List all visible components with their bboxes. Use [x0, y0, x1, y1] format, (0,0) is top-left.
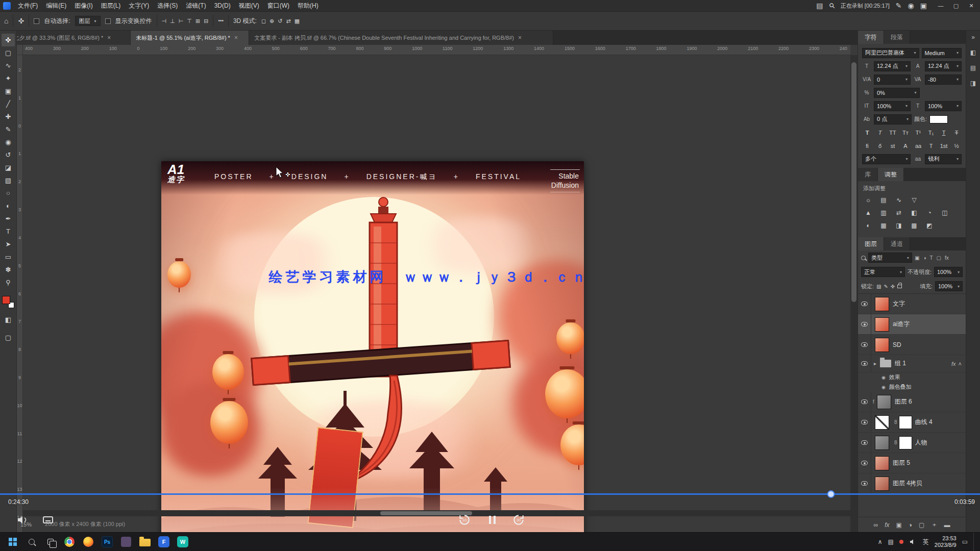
mode3d-icon[interactable]: ⇄ — [286, 18, 290, 24]
mode3d-icon[interactable]: ◻ — [261, 18, 266, 24]
eyedropper-tool[interactable]: ╱ — [2, 97, 15, 110]
effects-eye-icon[interactable]: ◉ — [881, 375, 886, 380]
history-brush-tool[interactable]: ↺ — [2, 148, 15, 161]
align-icon[interactable]: ⊞ — [195, 18, 200, 24]
recording-tray-icon[interactable] — [899, 540, 903, 544]
mode3d-icon[interactable]: ↺ — [278, 18, 282, 24]
fill-field[interactable]: 100% — [935, 281, 963, 291]
threshold-icon[interactable]: ◨ — [894, 221, 904, 230]
align-icon[interactable]: ⊣ — [162, 18, 167, 24]
pen-tool[interactable]: ✒ — [2, 212, 15, 225]
opacity-field[interactable]: 100% — [934, 267, 963, 277]
visibility-toggle[interactable] — [858, 453, 871, 473]
zoom-capture-icon[interactable]: ⚲ — [827, 1, 836, 10]
levels-icon[interactable]: ▤ — [878, 196, 889, 204]
layer-mask-thumbnail[interactable] — [899, 436, 912, 449]
show-transform-checkbox[interactable] — [105, 18, 111, 24]
lasso-tool[interactable]: ∿ — [2, 59, 15, 72]
menu-item[interactable]: 滤镜(T) — [182, 0, 210, 11]
tab-copywriting[interactable]: 文案要求 - 副本 拷贝.tif @ 66.7% (Chinese Double… — [249, 31, 553, 45]
blur-tool[interactable]: ○ — [2, 187, 15, 199]
faux-italic-button[interactable]: T — [875, 128, 885, 137]
leading-field[interactable]: 12.24 点 — [925, 61, 962, 71]
invert-icon[interactable]: ◐ — [863, 221, 873, 230]
visibility-toggle[interactable] — [858, 473, 871, 493]
visibility-toggle[interactable] — [858, 294, 871, 314]
forward-30-button[interactable]: 30 — [510, 512, 527, 528]
player-progress-handle[interactable] — [827, 490, 835, 498]
font-family-dropdown[interactable]: 阿里巴巴普惠体 — [862, 48, 919, 58]
display-tray-icon[interactable]: ▤ — [888, 538, 893, 545]
firefox-app-button[interactable] — [81, 534, 96, 549]
docs-app-button[interactable]: F — [156, 534, 172, 549]
taskbar-search-button[interactable] — [24, 534, 39, 549]
tab-close-icon[interactable]: × — [518, 34, 522, 41]
tab-paragraph[interactable]: 段落 — [884, 31, 910, 44]
align-icon[interactable]: ⊢ — [179, 18, 184, 24]
layer-group-row[interactable]: ▸ 组 1 fx˄ — [858, 355, 966, 372]
photo-filter-icon[interactable]: ◔ — [924, 209, 935, 217]
layer-thumbnail[interactable] — [875, 338, 889, 352]
annotate-icon[interactable]: ✎ — [896, 2, 902, 9]
superscript-button[interactable]: T¹ — [913, 128, 923, 137]
opentype-button[interactable]: aa — [913, 141, 923, 151]
wps-app-button[interactable]: W — [175, 534, 190, 549]
opentype-button[interactable]: fi — [862, 141, 872, 151]
screen-mode-icon[interactable]: ▢ — [2, 331, 15, 344]
brush-tool[interactable]: ✎ — [2, 123, 15, 136]
ime-indicator[interactable]: 英 — [923, 538, 929, 546]
lock-transparency-icon[interactable]: ▨ — [876, 284, 881, 289]
layer-style-icon[interactable]: fx — [885, 521, 889, 529]
tab-close-icon[interactable]: × — [107, 34, 111, 41]
vertical-scrollbar[interactable] — [850, 55, 857, 532]
faux-bold-button[interactable]: T — [862, 128, 872, 137]
text-color-swatch[interactable] — [929, 115, 948, 123]
layer-thumbnail[interactable] — [875, 477, 889, 491]
layer-filter-dropdown[interactable]: 类型 — [868, 253, 912, 263]
layer-thumbnail[interactable] — [875, 456, 889, 470]
media-app-button[interactable] — [118, 534, 134, 549]
proportional-spacing-field[interactable]: 0% — [874, 88, 920, 98]
curves-icon[interactable]: ∿ — [894, 196, 904, 204]
align-icon[interactable]: ⊥ — [170, 18, 175, 24]
current-tool-icon[interactable]: ✜ — [18, 17, 24, 24]
menu-item[interactable]: 文字(Y) — [125, 0, 153, 11]
layer-row[interactable]: SD — [858, 335, 966, 355]
layer-filter-icon[interactable]: ▣ — [915, 255, 919, 261]
delete-layer-icon[interactable]: ▬ — [944, 521, 950, 529]
layer-filter-icon[interactable]: ▢ — [937, 255, 941, 261]
move-tool[interactable]: ✜ — [2, 34, 15, 46]
marquee-tool[interactable]: ▢ — [2, 46, 15, 59]
tracking-field[interactable]: -80 — [925, 74, 962, 85]
visibility-toggle[interactable] — [858, 392, 871, 412]
all-caps-button[interactable]: TT — [888, 128, 898, 137]
volume-tray-icon[interactable] — [909, 538, 917, 546]
layer-row[interactable]: 图层 5 — [858, 453, 966, 473]
zoom-tool[interactable]: ⚲ — [2, 276, 15, 289]
subscript-button[interactable]: T₁ — [926, 128, 936, 137]
color-overlay-row[interactable]: ◉ 颜色叠加 — [858, 382, 966, 392]
menu-item[interactable]: 窗口(W) — [263, 0, 293, 11]
brightness-contrast-icon[interactable]: ☼ — [863, 196, 873, 204]
black-white-icon[interactable]: ◧ — [909, 209, 919, 217]
new-adjustment-icon[interactable]: ◑ — [909, 521, 912, 529]
menu-item[interactable]: 图像(I) — [70, 0, 96, 11]
visibility-toggle[interactable] — [858, 355, 871, 372]
mini-player-button[interactable] — [40, 512, 56, 528]
layer-filter-icon[interactable]: T — [930, 255, 933, 261]
group-expander-icon[interactable]: ▸ — [874, 361, 876, 366]
adjustment-layer-row[interactable]: 8 曲线 4 — [858, 412, 966, 433]
task-view-button[interactable] — [43, 534, 58, 549]
opentype-button[interactable]: A — [900, 141, 911, 151]
add-mask-icon[interactable]: ▣ — [896, 521, 901, 529]
visibility-toggle[interactable] — [858, 335, 871, 355]
opentype-button[interactable]: T — [926, 141, 936, 151]
type-tool[interactable]: T — [2, 225, 15, 238]
chrome-app-button[interactable] — [62, 534, 77, 549]
collapse-panels-icon[interactable]: » — [971, 34, 975, 41]
lock-position-icon[interactable]: ✜ — [891, 284, 895, 289]
kerning-field[interactable]: 0 — [874, 74, 911, 85]
show-desktop-button[interactable] — [973, 533, 976, 551]
link-layers-icon[interactable]: ∞ — [874, 521, 878, 529]
layer-row[interactable]: 8 人物 — [858, 433, 966, 453]
